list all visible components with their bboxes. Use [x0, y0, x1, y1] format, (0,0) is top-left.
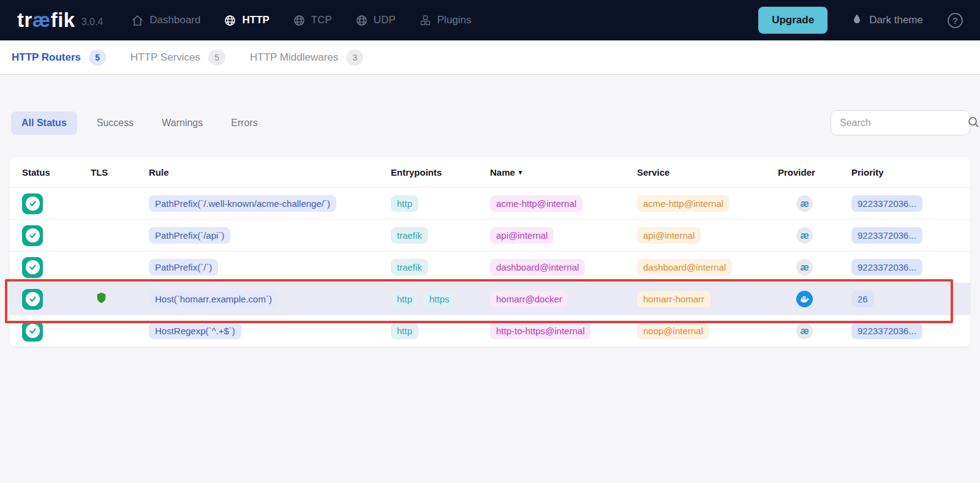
- filter-warnings[interactable]: Warnings: [153, 111, 211, 135]
- traefik-internal-provider-icon: æ: [796, 323, 813, 339]
- column-header-status: Status: [22, 167, 91, 178]
- nav-item-label: Dashboard: [149, 14, 200, 26]
- status-success-icon: [22, 193, 43, 214]
- section-tabbar: HTTP Routers5HTTP Services5HTTP Middlewa…: [0, 40, 980, 75]
- status-success-icon: [22, 257, 43, 278]
- priority-pill: 9223372036...: [851, 195, 922, 212]
- search-input[interactable]: [840, 118, 967, 129]
- tls-shield-icon: [96, 291, 107, 305]
- top-navbar: træfik 3.0.4 DashboardHTTPTCPUDPPlugins …: [0, 0, 980, 40]
- entrypoint-pill: https: [423, 291, 456, 307]
- priority-pill: 9223372036...: [851, 259, 922, 275]
- version-label: 3.0.4: [81, 17, 104, 28]
- help-button[interactable]: ?: [948, 13, 963, 28]
- rule-pill: HostRegexp(`^.+$`): [149, 323, 241, 339]
- nav-item-tcp[interactable]: TCP: [293, 14, 332, 27]
- traefik-internal-provider-icon: æ: [796, 195, 813, 212]
- router-row-http-to-https@internal[interactable]: HostRegexp(`^.+$`)httphttp-to-https@inte…: [10, 315, 970, 346]
- nav-item-udp[interactable]: UDP: [355, 14, 396, 27]
- filter-all-status[interactable]: All Status: [11, 111, 77, 135]
- entrypoint-pill: http: [391, 323, 418, 339]
- tab-count-badge: 3: [346, 50, 363, 66]
- router-name-pill: acme-http@internal: [490, 195, 582, 212]
- traefik-logo: træfik: [17, 9, 75, 32]
- traefik-internal-provider-icon: æ: [796, 227, 813, 244]
- upgrade-button[interactable]: Upgrade: [758, 7, 827, 34]
- rule-pill: PathPrefix(`/.well-known/acme-challenge/…: [149, 195, 336, 212]
- filters-row: All StatusSuccessWarningsErrors: [11, 110, 970, 135]
- rule-pill: Host(`homarr.example.com`): [149, 291, 278, 307]
- priority-pill: 9223372036...: [851, 323, 922, 339]
- nav-item-label: Plugins: [437, 14, 472, 26]
- traefik-internal-provider-icon: æ: [796, 259, 813, 275]
- theme-toggle-label: Dark theme: [869, 14, 923, 26]
- filter-errors[interactable]: Errors: [222, 111, 266, 135]
- main-nav: DashboardHTTPTCPUDPPlugins: [131, 14, 471, 27]
- entrypoint-pill: traefik: [391, 259, 428, 275]
- docker-provider-icon: [796, 291, 813, 307]
- entrypoint-pill: http: [391, 291, 418, 307]
- tab-count-badge: 5: [89, 50, 106, 66]
- router-name-pill: homarr@docker: [490, 291, 568, 307]
- entrypoint-pill: traefik: [391, 227, 428, 244]
- status-success-icon: [22, 289, 43, 310]
- table-header-row: StatusTLSRuleEntrypointsName▾ServiceProv…: [10, 157, 970, 187]
- tab-http-routers[interactable]: HTTP Routers5: [12, 50, 106, 66]
- home-icon: [131, 14, 144, 27]
- nav-item-dashboard[interactable]: Dashboard: [131, 14, 200, 27]
- search-box: [831, 110, 970, 135]
- router-row-api@internal[interactable]: PathPrefix(`/api`)traefikapi@internalapi…: [10, 219, 970, 251]
- theme-toggle[interactable]: Dark theme: [851, 13, 923, 28]
- column-header-provider: Provider: [778, 167, 851, 178]
- globe-icon: [293, 14, 306, 27]
- search-icon: [967, 115, 980, 131]
- tab-count-badge: 5: [208, 50, 225, 66]
- nav-item-label: HTTP: [242, 14, 269, 26]
- status-success-icon: [22, 321, 43, 342]
- router-row-dashboard@internal[interactable]: PathPrefix(`/`)traefikdashboard@internal…: [10, 251, 970, 283]
- column-header-tls: TLS: [91, 167, 149, 178]
- nav-item-http[interactable]: HTTP: [224, 14, 269, 27]
- service-pill: homarr-homarr: [637, 291, 710, 307]
- table-body: PathPrefix(`/.well-known/acme-challenge/…: [10, 187, 970, 346]
- nav-item-label: UDP: [374, 14, 396, 26]
- service-pill: dashboard@internal: [637, 259, 732, 275]
- service-pill: noop@internal: [637, 323, 709, 339]
- column-header-entrypoints: Entrypoints: [391, 167, 490, 178]
- rule-pill: PathPrefix(`/`): [149, 259, 218, 275]
- navbar-right: Upgrade Dark theme ?: [758, 7, 963, 34]
- tab-http-middlewares[interactable]: HTTP Middlewares3: [250, 50, 363, 66]
- globe-icon: [224, 14, 236, 27]
- service-pill: acme-http@internal: [637, 195, 729, 212]
- droplet-icon: [851, 13, 863, 28]
- priority-pill: 9223372036...: [851, 227, 922, 244]
- tab-label: HTTP Services: [130, 51, 200, 64]
- cubes-icon: [419, 14, 432, 27]
- column-header-priority: Priority: [851, 167, 970, 178]
- router-name-pill: api@internal: [490, 227, 554, 244]
- router-row-acme-http@internal[interactable]: PathPrefix(`/.well-known/acme-challenge/…: [10, 187, 970, 219]
- routers-table: StatusTLSRuleEntrypointsName▾ServiceProv…: [10, 157, 970, 346]
- nav-item-label: TCP: [311, 14, 332, 26]
- status-filters: All StatusSuccessWarningsErrors: [11, 111, 277, 135]
- tab-label: HTTP Routers: [12, 51, 81, 64]
- nav-item-plugins[interactable]: Plugins: [419, 14, 472, 27]
- column-header-service: Service: [637, 167, 778, 178]
- status-success-icon: [22, 225, 43, 246]
- router-name-pill: dashboard@internal: [490, 259, 585, 275]
- rule-pill: PathPrefix(`/api`): [149, 227, 230, 244]
- router-name-pill: http-to-https@internal: [490, 323, 590, 339]
- priority-pill: 26: [851, 291, 874, 307]
- service-pill: api@internal: [637, 227, 701, 244]
- column-header-name[interactable]: Name▾: [490, 167, 637, 178]
- column-header-rule: Rule: [149, 167, 391, 178]
- entrypoint-pill: http: [391, 195, 418, 212]
- sort-desc-icon: ▾: [519, 168, 522, 176]
- filter-success[interactable]: Success: [88, 111, 142, 135]
- tab-http-services[interactable]: HTTP Services5: [130, 50, 225, 66]
- globe-icon: [355, 14, 368, 27]
- tab-label: HTTP Middlewares: [250, 51, 338, 64]
- router-row-homarr@docker[interactable]: Host(`homarr.example.com`)httphttpshomar…: [10, 283, 970, 315]
